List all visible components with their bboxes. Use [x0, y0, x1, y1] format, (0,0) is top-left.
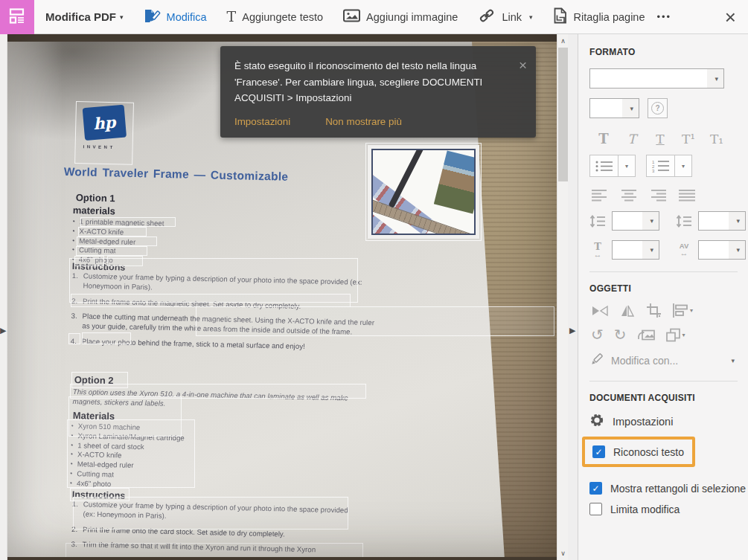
scroll-down-arrow-icon[interactable]: ∨ — [557, 550, 569, 557]
crop-pages-icon — [553, 7, 568, 26]
bold-button[interactable]: T — [589, 131, 618, 147]
chevron-down-icon: ▾ — [736, 246, 740, 254]
flip-vertical-icon — [619, 304, 636, 318]
oggetti-section-title: OGGETTI — [589, 283, 748, 294]
toolbar-overflow-button[interactable]: ••• — [656, 11, 671, 22]
page-layout-app-button[interactable] — [0, 0, 34, 34]
align-justify-icon[interactable] — [679, 189, 695, 202]
line-spacing-dropdown[interactable]: ▾ — [612, 211, 659, 231]
toast-non-mostrare-link[interactable]: Non mostrare più — [325, 116, 402, 127]
font-help-button[interactable]: ? — [648, 98, 668, 118]
mostra-rettangoli-row: ✓ Mostra rettangoli di selezione — [589, 482, 748, 495]
rotate-ccw-button[interactable]: ↺ — [591, 327, 604, 342]
underline-button[interactable]: T — [646, 132, 674, 147]
align-left-icon[interactable] — [592, 189, 608, 202]
ocr-language-toast: È stato eseguito il riconoscimento del t… — [220, 46, 536, 138]
bullet-list-caret-icon[interactable]: ▾ — [618, 155, 635, 176]
superscript-button[interactable]: T¹ — [674, 132, 703, 147]
rotate-cw-button[interactable]: ↻ — [614, 327, 627, 342]
toast-close-icon[interactable]: × — [519, 58, 527, 72]
page-layout-icon — [7, 6, 27, 28]
mostra-rettangoli-checkbox[interactable]: ✓ — [589, 482, 602, 495]
chevron-down-icon: ▾ — [736, 217, 740, 225]
link-icon — [478, 7, 496, 26]
right-panel-strip: ▶ — [568, 34, 578, 560]
scrollbar-thumb[interactable] — [558, 48, 568, 181]
numbered-list-button[interactable]: 123 ▾ — [646, 155, 692, 177]
italic-button[interactable]: T — [618, 132, 646, 147]
paragraph-spacing-icon — [676, 215, 692, 228]
tool-aggiungete-testo[interactable]: T Aggiungete testo — [227, 10, 324, 24]
subscript-button[interactable]: T₁ — [703, 132, 731, 147]
toast-impostazioni-link[interactable]: Impostazioni — [234, 116, 290, 127]
flip-vertical-button[interactable] — [619, 304, 636, 318]
arrange-objects-button[interactable]: ▾ — [665, 328, 685, 342]
riconosci-testo-checkbox[interactable]: ✓ — [592, 445, 605, 458]
expand-left-panel-arrow-icon[interactable]: ▶ — [0, 326, 6, 335]
tool-ritaglia-pagine-label: Ritaglia pagine — [574, 11, 645, 23]
expand-right-panel-arrow-icon[interactable]: ▶ — [569, 326, 575, 335]
scanned-settings-button[interactable]: Impostazioni — [589, 413, 748, 430]
check-icon: ✓ — [595, 447, 602, 457]
check-icon: ✓ — [592, 483, 599, 494]
chevron-down-icon: ▾ — [650, 217, 653, 225]
photo-bottom-edge — [7, 557, 557, 560]
tool-aggiungi-immagine[interactable]: Aggiungi immagine — [343, 9, 458, 25]
edit-pdf-menu-caret-icon[interactable]: ▾ — [120, 13, 124, 21]
edit-with-button[interactable]: Modifica con... ▾ — [589, 353, 748, 369]
gear-icon — [589, 413, 604, 430]
edit-page-icon — [144, 8, 161, 26]
horizontal-scale-icon: T↔ — [589, 242, 606, 259]
character-spacing-dropdown[interactable]: ▾ — [698, 240, 746, 260]
left-panel-strip: ▶ — [0, 34, 7, 560]
pencil-icon — [589, 353, 604, 369]
crop-object-button[interactable] — [646, 303, 662, 318]
limita-modifica-checkbox[interactable] — [589, 503, 602, 515]
crop-icon — [646, 303, 662, 318]
replace-image-icon — [637, 327, 655, 342]
tool-link-caret-icon: ▾ — [529, 13, 533, 21]
arrange-objects-icon — [665, 328, 681, 342]
numbered-list-caret-icon[interactable]: ▾ — [674, 155, 691, 176]
riconosci-testo-highlight: ✓ Riconosci testo — [582, 437, 695, 467]
line-spacing-icon — [589, 215, 606, 228]
chevron-down-icon: ▾ — [650, 246, 653, 254]
chevron-down-icon: ▾ — [715, 75, 718, 83]
section-divider — [589, 381, 738, 382]
tool-modifica-label: Modifica — [167, 11, 207, 23]
add-text-icon: T — [227, 10, 237, 24]
close-tool-button[interactable]: × — [725, 7, 736, 27]
tool-ritaglia-pagine[interactable]: Ritaglia pagine — [553, 7, 645, 26]
tool-aggiungi-immagine-label: Aggiungi immagine — [366, 11, 458, 23]
vertical-scrollbar[interactable]: ∧ ∨ — [557, 34, 568, 560]
font-size-dropdown[interactable]: ▾ — [589, 98, 639, 118]
svg-text:3: 3 — [652, 169, 655, 173]
align-center-icon[interactable] — [621, 189, 637, 202]
character-spacing-icon: AV↔ — [676, 242, 692, 257]
replace-image-button[interactable] — [637, 327, 655, 342]
align-objects-button[interactable]: ▾ — [672, 303, 693, 318]
limita-modifica-label[interactable]: Limita modifica — [610, 503, 680, 515]
flip-horizontal-button[interactable] — [591, 304, 609, 318]
flip-horizontal-icon — [591, 304, 609, 318]
scanned-settings-label: Impostazioni — [613, 416, 673, 428]
edit-pdf-menu[interactable]: Modifica PDF — [45, 10, 116, 23]
tool-aggiungete-testo-label: Aggiungete testo — [242, 11, 323, 23]
edit-with-caret-icon: ▾ — [731, 357, 735, 364]
tool-modifica[interactable]: Modifica — [144, 8, 207, 26]
tool-link[interactable]: Link ▾ — [478, 7, 532, 26]
horizontal-scale-dropdown[interactable]: ▾ — [612, 240, 659, 260]
top-toolbar: Modifica PDF ▾ Modifica T Aggiungete tes… — [0, 0, 748, 34]
scroll-up-arrow-icon[interactable]: ∧ — [557, 37, 569, 45]
font-family-dropdown[interactable]: ▾ — [589, 68, 724, 88]
align-right-icon[interactable] — [650, 189, 666, 202]
align-objects-caret-icon: ▾ — [690, 307, 693, 314]
riconosci-testo-label[interactable]: Riconosci testo — [613, 446, 684, 458]
chevron-down-icon: ▾ — [630, 105, 633, 112]
paragraph-spacing-dropdown[interactable]: ▾ — [698, 211, 746, 231]
bullet-list-icon — [590, 155, 618, 176]
format-panel: FORMATO ▾ ▾ ? T T T T¹ T₁ ▾ — [578, 34, 748, 560]
bullet-list-button[interactable]: ▾ — [589, 155, 636, 177]
mostra-rettangoli-label[interactable]: Mostra rettangoli di selezione — [610, 483, 746, 495]
toast-message: È stato eseguito il riconoscimento del t… — [234, 58, 496, 106]
